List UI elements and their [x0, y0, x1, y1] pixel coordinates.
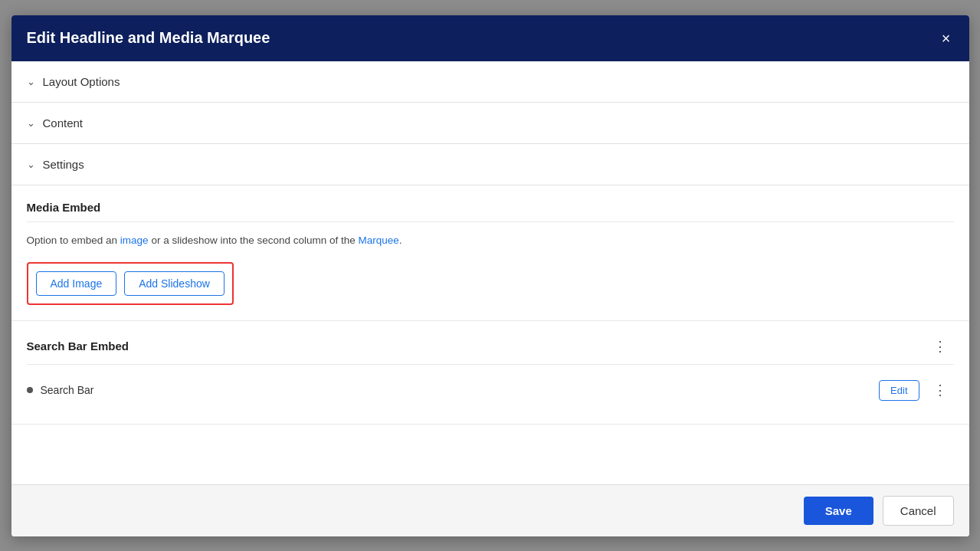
add-slideshow-button[interactable]: Add Slideshow — [124, 271, 225, 296]
accordion-item-content: ⌄ Content — [11, 103, 969, 144]
search-bar-item: Search Bar Edit ⋮ — [27, 372, 954, 408]
accordion-header-content[interactable]: ⌄ Content — [11, 103, 969, 143]
media-embed-button-group: Add Image Add Slideshow — [27, 262, 234, 305]
chevron-down-icon-settings: ⌄ — [27, 159, 35, 170]
marquee-link[interactable]: Marquee — [359, 235, 399, 246]
search-bar-item-right: Edit ⋮ — [879, 380, 953, 401]
search-bar-edit-button[interactable]: Edit — [879, 380, 919, 401]
modal-header: Edit Headline and Media Marquee × — [11, 15, 969, 61]
modal-close-button[interactable]: × — [939, 28, 954, 49]
search-bar-item-label: Search Bar — [41, 384, 94, 396]
media-embed-title: Media Embed — [27, 201, 954, 214]
save-button[interactable]: Save — [804, 497, 873, 525]
image-link[interactable]: image — [120, 235, 149, 246]
chevron-down-icon-content: ⌄ — [27, 117, 35, 129]
modal-overlay: Edit Headline and Media Marquee × ⌄ Layo… — [0, 0, 980, 551]
search-bar-more-options-button[interactable]: ⋮ — [927, 336, 954, 356]
accordion-item-layout-options: ⌄ Layout Options — [11, 61, 969, 103]
modal-title: Edit Headline and Media Marquee — [27, 29, 270, 47]
accordion-header-layout-options[interactable]: ⌄ Layout Options — [11, 61, 969, 102]
accordion-label-layout-options: Layout Options — [43, 75, 120, 88]
search-bar-embed-title: Search Bar Embed — [27, 339, 129, 353]
modal-body: ⌄ Layout Options ⌄ Content ⌄ Settings — [11, 61, 969, 484]
search-bar-embed-header: Search Bar Embed ⋮ — [27, 336, 954, 356]
modal: Edit Headline and Media Marquee × ⌄ Layo… — [11, 15, 969, 536]
accordion-item-settings: ⌄ Settings — [11, 144, 969, 185]
media-embed-section: Media Embed Option to embed an image or … — [11, 185, 969, 321]
add-image-button[interactable]: Add Image — [36, 271, 117, 296]
accordion-label-settings: Settings — [43, 158, 84, 171]
modal-footer: Save Cancel — [11, 484, 969, 536]
chevron-down-icon: ⌄ — [27, 76, 35, 87]
search-bar-divider — [27, 364, 954, 365]
media-embed-divider — [27, 221, 954, 222]
search-bar-embed-section: Search Bar Embed ⋮ Search Bar Edit ⋮ — [11, 321, 969, 425]
bullet-icon — [27, 387, 33, 393]
search-bar-item-more-options-button[interactable]: ⋮ — [927, 380, 954, 400]
search-bar-item-left: Search Bar — [27, 384, 94, 396]
media-embed-description: Option to embed an image or a slideshow … — [27, 233, 954, 248]
accordion-label-content: Content — [43, 116, 84, 130]
accordion-header-settings[interactable]: ⌄ Settings — [11, 144, 969, 185]
cancel-button[interactable]: Cancel — [883, 496, 954, 526]
